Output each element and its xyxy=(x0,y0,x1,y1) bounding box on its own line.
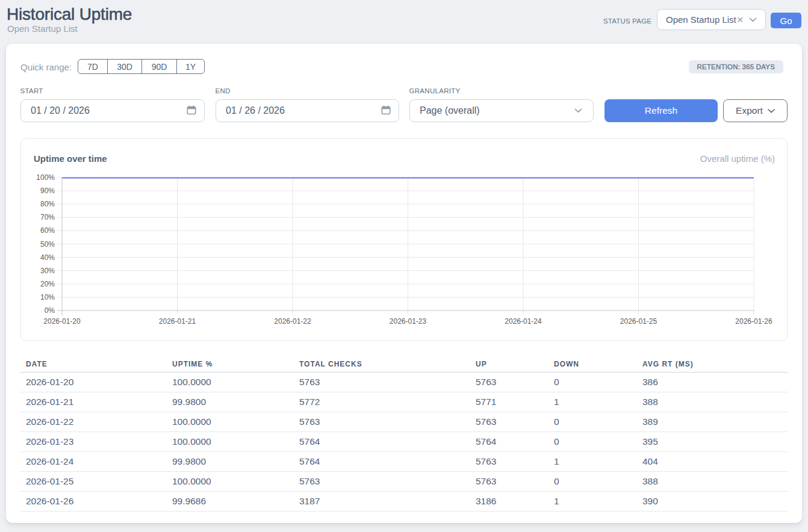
svg-text:2026-01-21: 2026-01-21 xyxy=(159,317,196,326)
svg-text:0%: 0% xyxy=(45,306,55,315)
svg-text:20%: 20% xyxy=(40,280,55,288)
svg-text:2026-01-24: 2026-01-24 xyxy=(505,317,542,326)
svg-text:2026-01-22: 2026-01-22 xyxy=(274,317,311,326)
svg-text:50%: 50% xyxy=(40,240,55,249)
svg-text:2026-01-20: 2026-01-20 xyxy=(43,317,81,326)
svg-text:40%: 40% xyxy=(40,253,55,262)
svg-text:2026-01-23: 2026-01-23 xyxy=(390,317,427,326)
svg-text:2026-01-25: 2026-01-25 xyxy=(620,317,657,326)
svg-text:2026-01-26: 2026-01-26 xyxy=(735,317,772,326)
svg-text:90%: 90% xyxy=(40,187,55,195)
svg-text:30%: 30% xyxy=(40,267,55,275)
svg-text:80%: 80% xyxy=(40,200,55,208)
svg-text:60%: 60% xyxy=(40,226,55,235)
svg-text:100%: 100% xyxy=(36,173,55,182)
svg-text:10%: 10% xyxy=(40,293,55,302)
svg-text:70%: 70% xyxy=(40,213,55,221)
